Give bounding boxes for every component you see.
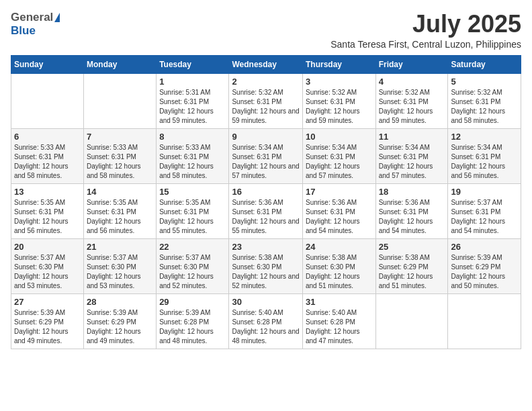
day-info: Sunrise: 5:35 AM Sunset: 6:31 PM Dayligh… — [87, 198, 153, 236]
day-number: 14 — [87, 187, 153, 197]
day-info: Sunrise: 5:34 AM Sunset: 6:31 PM Dayligh… — [379, 143, 445, 181]
day-info: Sunrise: 5:32 AM Sunset: 6:31 PM Dayligh… — [306, 88, 373, 126]
day-number: 3 — [306, 77, 373, 87]
day-number: 9 — [232, 132, 300, 142]
header: General Blue July 2025 Santa Teresa Firs… — [11, 11, 521, 50]
day-cell: 20Sunrise: 5:37 AM Sunset: 6:30 PM Dayli… — [11, 238, 84, 293]
col-header-sunday: Sunday — [11, 55, 84, 73]
day-cell — [84, 73, 157, 128]
day-number: 7 — [87, 132, 153, 142]
day-cell — [375, 293, 448, 349]
day-info: Sunrise: 5:39 AM Sunset: 6:29 PM Dayligh… — [87, 308, 153, 346]
day-cell: 22Sunrise: 5:37 AM Sunset: 6:30 PM Dayli… — [157, 238, 229, 293]
day-info: Sunrise: 5:36 AM Sunset: 6:31 PM Dayligh… — [379, 198, 445, 236]
day-cell: 5Sunrise: 5:32 AM Sunset: 6:31 PM Daylig… — [448, 73, 521, 128]
day-info: Sunrise: 5:34 AM Sunset: 6:31 PM Dayligh… — [232, 143, 300, 181]
day-cell: 13Sunrise: 5:35 AM Sunset: 6:31 PM Dayli… — [11, 183, 84, 238]
day-info: Sunrise: 5:39 AM Sunset: 6:29 PM Dayligh… — [14, 308, 81, 346]
day-number: 23 — [232, 242, 300, 252]
day-cell: 25Sunrise: 5:38 AM Sunset: 6:29 PM Dayli… — [375, 238, 448, 293]
day-cell: 21Sunrise: 5:37 AM Sunset: 6:30 PM Dayli… — [84, 238, 157, 293]
day-number: 22 — [159, 242, 226, 252]
day-info: Sunrise: 5:36 AM Sunset: 6:31 PM Dayligh… — [306, 198, 373, 236]
week-row-4: 20Sunrise: 5:37 AM Sunset: 6:30 PM Dayli… — [11, 238, 521, 293]
day-number: 18 — [379, 187, 445, 197]
day-cell: 15Sunrise: 5:35 AM Sunset: 6:31 PM Dayli… — [157, 183, 229, 238]
day-info: Sunrise: 5:39 AM Sunset: 6:29 PM Dayligh… — [451, 253, 518, 291]
day-cell: 14Sunrise: 5:35 AM Sunset: 6:31 PM Dayli… — [84, 183, 157, 238]
day-number: 17 — [306, 187, 373, 197]
day-info: Sunrise: 5:38 AM Sunset: 6:30 PM Dayligh… — [306, 253, 373, 291]
day-cell: 28Sunrise: 5:39 AM Sunset: 6:29 PM Dayli… — [84, 293, 157, 349]
day-cell: 11Sunrise: 5:34 AM Sunset: 6:31 PM Dayli… — [375, 128, 448, 183]
day-number: 30 — [232, 297, 300, 307]
day-info: Sunrise: 5:33 AM Sunset: 6:31 PM Dayligh… — [87, 143, 153, 181]
day-cell: 19Sunrise: 5:37 AM Sunset: 6:31 PM Dayli… — [448, 183, 521, 238]
day-number: 28 — [87, 297, 153, 307]
day-info: Sunrise: 5:40 AM Sunset: 6:28 PM Dayligh… — [306, 308, 373, 346]
day-number: 10 — [306, 132, 373, 142]
day-number: 13 — [14, 187, 81, 197]
day-number: 15 — [159, 187, 226, 197]
day-info: Sunrise: 5:38 AM Sunset: 6:30 PM Dayligh… — [232, 253, 300, 291]
day-number: 31 — [306, 297, 373, 307]
day-number: 24 — [306, 242, 373, 252]
day-cell: 9Sunrise: 5:34 AM Sunset: 6:31 PM Daylig… — [229, 128, 303, 183]
day-cell: 16Sunrise: 5:36 AM Sunset: 6:31 PM Dayli… — [229, 183, 303, 238]
day-cell: 7Sunrise: 5:33 AM Sunset: 6:31 PM Daylig… — [84, 128, 157, 183]
day-number: 26 — [451, 242, 518, 252]
day-info: Sunrise: 5:37 AM Sunset: 6:30 PM Dayligh… — [14, 253, 81, 291]
day-cell: 8Sunrise: 5:33 AM Sunset: 6:31 PM Daylig… — [157, 128, 229, 183]
day-cell: 17Sunrise: 5:36 AM Sunset: 6:31 PM Dayli… — [302, 183, 375, 238]
day-cell: 4Sunrise: 5:32 AM Sunset: 6:31 PM Daylig… — [375, 73, 448, 128]
logo-triangle-icon — [54, 13, 60, 22]
week-row-1: 1Sunrise: 5:31 AM Sunset: 6:31 PM Daylig… — [11, 73, 521, 128]
day-number: 20 — [14, 242, 81, 252]
day-cell: 18Sunrise: 5:36 AM Sunset: 6:31 PM Dayli… — [375, 183, 448, 238]
week-row-2: 6Sunrise: 5:33 AM Sunset: 6:31 PM Daylig… — [11, 128, 521, 183]
day-number: 11 — [379, 132, 445, 142]
day-info: Sunrise: 5:31 AM Sunset: 6:31 PM Dayligh… — [159, 88, 226, 126]
day-info: Sunrise: 5:36 AM Sunset: 6:31 PM Dayligh… — [232, 198, 300, 236]
day-number: 5 — [451, 77, 518, 87]
day-cell: 31Sunrise: 5:40 AM Sunset: 6:28 PM Dayli… — [302, 293, 375, 349]
day-cell: 24Sunrise: 5:38 AM Sunset: 6:30 PM Dayli… — [302, 238, 375, 293]
day-cell — [448, 293, 521, 349]
col-header-wednesday: Wednesday — [229, 55, 303, 73]
logo-general: General — [11, 11, 53, 24]
day-cell: 27Sunrise: 5:39 AM Sunset: 6:29 PM Dayli… — [11, 293, 84, 349]
day-info: Sunrise: 5:37 AM Sunset: 6:30 PM Dayligh… — [87, 253, 153, 291]
col-header-tuesday: Tuesday — [157, 55, 229, 73]
day-cell: 2Sunrise: 5:32 AM Sunset: 6:31 PM Daylig… — [229, 73, 303, 128]
logo-blue: Blue — [11, 24, 36, 37]
day-info: Sunrise: 5:32 AM Sunset: 6:31 PM Dayligh… — [379, 88, 445, 126]
day-info: Sunrise: 5:34 AM Sunset: 6:31 PM Dayligh… — [306, 143, 373, 181]
day-cell: 6Sunrise: 5:33 AM Sunset: 6:31 PM Daylig… — [11, 128, 84, 183]
day-cell: 3Sunrise: 5:32 AM Sunset: 6:31 PM Daylig… — [302, 73, 375, 128]
day-info: Sunrise: 5:34 AM Sunset: 6:31 PM Dayligh… — [451, 143, 518, 181]
day-number: 1 — [159, 77, 226, 87]
day-info: Sunrise: 5:37 AM Sunset: 6:31 PM Dayligh… — [451, 198, 518, 236]
day-cell: 10Sunrise: 5:34 AM Sunset: 6:31 PM Dayli… — [302, 128, 375, 183]
day-number: 27 — [14, 297, 81, 307]
week-row-3: 13Sunrise: 5:35 AM Sunset: 6:31 PM Dayli… — [11, 183, 521, 238]
day-cell — [11, 73, 84, 128]
day-info: Sunrise: 5:38 AM Sunset: 6:29 PM Dayligh… — [379, 253, 445, 291]
col-header-monday: Monday — [84, 55, 157, 73]
location-title: Santa Teresa First, Central Luzon, Phili… — [330, 39, 521, 50]
calendar-header-row: SundayMondayTuesdayWednesdayThursdayFrid… — [11, 55, 521, 73]
day-number: 25 — [379, 242, 445, 252]
month-title: July 2025 — [330, 11, 521, 38]
day-cell: 1Sunrise: 5:31 AM Sunset: 6:31 PM Daylig… — [157, 73, 229, 128]
day-info: Sunrise: 5:39 AM Sunset: 6:28 PM Dayligh… — [159, 308, 226, 346]
day-number: 21 — [87, 242, 153, 252]
day-number: 29 — [159, 297, 226, 307]
day-info: Sunrise: 5:37 AM Sunset: 6:30 PM Dayligh… — [159, 253, 226, 291]
day-info: Sunrise: 5:32 AM Sunset: 6:31 PM Dayligh… — [451, 88, 518, 126]
day-info: Sunrise: 5:33 AM Sunset: 6:31 PM Dayligh… — [159, 143, 226, 181]
col-header-thursday: Thursday — [302, 55, 375, 73]
day-number: 8 — [159, 132, 226, 142]
col-header-saturday: Saturday — [448, 55, 521, 73]
calendar-table: SundayMondayTuesdayWednesdayThursdayFrid… — [11, 55, 521, 349]
day-info: Sunrise: 5:33 AM Sunset: 6:31 PM Dayligh… — [14, 143, 81, 181]
